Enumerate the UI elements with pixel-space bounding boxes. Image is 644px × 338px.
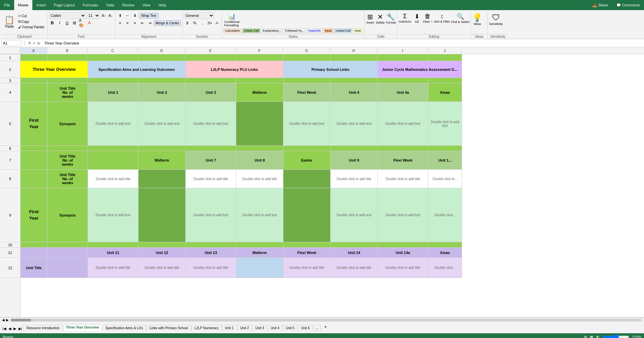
cell-c11[interactable]: Unit 11: [88, 248, 139, 258]
cell-i4[interactable]: Unit 4a: [378, 83, 428, 102]
tab-file[interactable]: File: [0, 0, 14, 10]
row-header-7[interactable]: 7: [0, 151, 20, 170]
followed-hy-style[interactable]: Followed Hy...: [283, 28, 306, 33]
cell-f4[interactable]: Midterm: [236, 83, 283, 102]
cell-c5[interactable]: Double click to add text: [88, 102, 139, 146]
cell-c2-d2[interactable]: Specification Aims and Learning Outcomes: [88, 61, 186, 78]
sheet-tab-spec-aims[interactable]: Specification Aims & LOs: [102, 325, 146, 331]
col-header-c[interactable]: C: [88, 47, 138, 54]
row-header-8[interactable]: 8: [0, 170, 20, 188]
cell-f3[interactable]: [236, 78, 283, 83]
bold-button[interactable]: B: [49, 20, 56, 26]
format-painter-button[interactable]: 🖌 Format Painter: [17, 25, 46, 30]
tab-more-indicator[interactable]: ...: [313, 325, 320, 331]
row-header-5[interactable]: 5: [0, 102, 20, 146]
col-header-f[interactable]: F: [236, 47, 283, 54]
cell-e2-f2[interactable]: L2LP Numeracy PLU Links: [186, 61, 283, 78]
sheet-tab-resource-intro[interactable]: Resource Introduction: [24, 325, 63, 331]
cell-j12[interactable]: Double click...: [428, 258, 462, 278]
cell-i11[interactable]: Unit 14a: [378, 248, 428, 258]
wrap-text-button[interactable]: Wrap Text: [139, 13, 159, 19]
row-header-2[interactable]: 2: [0, 61, 20, 78]
cell-j1[interactable]: [428, 54, 462, 61]
tab-page-layout[interactable]: Page Layout: [50, 0, 79, 10]
cell-e8[interactable]: Double click to add title: [186, 170, 236, 188]
ideas-button[interactable]: 💡Ideas: [472, 13, 482, 34]
percent-button[interactable]: $: [184, 20, 191, 26]
cell-c3[interactable]: [88, 78, 139, 83]
cell-h4[interactable]: Unit 4: [331, 83, 378, 102]
indent-increase-button[interactable]: ⇥: [146, 20, 153, 26]
explanatory-style[interactable]: Explanatory...: [261, 28, 283, 33]
cell-g7[interactable]: Easter: [283, 151, 331, 170]
row-header-9[interactable]: 9: [0, 188, 20, 242]
share-button[interactable]: 📤 Share: [588, 0, 612, 10]
align-center-button[interactable]: ≡: [124, 20, 131, 26]
cell-b9-synopsis[interactable]: Synopsis: [48, 188, 88, 242]
cell-c9[interactable]: Double click to add text: [88, 188, 139, 242]
cell-e9[interactable]: Double click to add text: [186, 188, 236, 242]
insert-function-button[interactable]: fx: [37, 41, 40, 45]
sheet-tab-unit4[interactable]: Unit 4: [268, 325, 282, 331]
tab-nav-next[interactable]: ▶: [12, 327, 17, 331]
row-header-6[interactable]: 6: [0, 146, 20, 151]
cell-h3[interactable]: [331, 78, 378, 83]
calculation-style[interactable]: Calculation: [223, 28, 242, 33]
cell-e12[interactable]: Double click to add title: [186, 258, 236, 278]
tab-data[interactable]: Data: [102, 0, 118, 10]
scroll-right-btn[interactable]: ▶: [5, 318, 9, 322]
check-cell-style[interactable]: Check Cell: [242, 28, 260, 33]
cell-d11[interactable]: Unit 12: [139, 248, 186, 258]
align-middle-button[interactable]: ↔: [124, 12, 131, 19]
conditional-formatting-button[interactable]: 📊Conditional Formatting: [223, 12, 240, 28]
font-name-select[interactable]: Calibri: [49, 12, 86, 19]
font-size-select[interactable]: 11: [87, 12, 100, 19]
cell-d12[interactable]: Double click to add title: [139, 258, 186, 278]
thousands-button[interactable]: ,: [199, 20, 206, 26]
cell-j3[interactable]: [428, 78, 462, 83]
view-normal-icon[interactable]: ⊞: [584, 335, 587, 338]
cell-b1[interactable]: [48, 54, 88, 61]
sheet-tab-unit3[interactable]: Unit 3: [252, 325, 267, 331]
insert-button[interactable]: ⊞Insert: [366, 13, 375, 34]
scroll-left-btn[interactable]: ◀: [1, 318, 5, 322]
tab-view[interactable]: View: [139, 0, 155, 10]
col-header-i[interactable]: I: [377, 47, 428, 54]
cut-button[interactable]: ✂ Cut: [17, 13, 46, 19]
italic-button[interactable]: I: [56, 20, 63, 26]
cell-f8[interactable]: Double click to add title: [236, 170, 283, 188]
paste-button[interactable]: 📋 Paste: [3, 12, 16, 31]
sheet-tab-links-primary[interactable]: Links with Primary School: [147, 325, 191, 331]
cell-d7-midterm[interactable]: Midterm: [139, 151, 186, 170]
cell-e1[interactable]: [186, 54, 236, 61]
col-header-h[interactable]: H: [330, 47, 377, 54]
tab-help[interactable]: Help: [154, 0, 170, 10]
cell-e5[interactable]: Double click to add text: [186, 102, 236, 146]
cell-a5-year[interactable]: First Year: [21, 102, 48, 146]
sheet-tab-unit2[interactable]: Unit 2: [237, 325, 252, 331]
cell-c7[interactable]: [88, 151, 139, 170]
fill-color-button[interactable]: A🎨: [79, 20, 85, 26]
cell-b8-title-weeks[interactable]: Unit Title No. of weeks: [48, 170, 88, 188]
cell-i7[interactable]: Flexi Week: [378, 151, 428, 170]
cell-f12[interactable]: [236, 258, 283, 278]
cell-h7[interactable]: Unit 9: [331, 151, 378, 170]
cell-i12[interactable]: Double click to add title: [378, 258, 428, 278]
decrease-font-button[interactable]: A↓: [108, 12, 114, 19]
cell-j7[interactable]: Unit 1...: [428, 151, 462, 170]
fill-button[interactable]: ⬇Fill: [412, 13, 421, 34]
cell-a4-b4[interactable]: [21, 83, 48, 102]
cell-b3[interactable]: [48, 78, 88, 83]
cell-g8[interactable]: [283, 170, 331, 188]
font-color-button[interactable]: A: [86, 20, 93, 26]
cell-j5[interactable]: Double click to add text: [428, 102, 462, 146]
cell-g11[interactable]: Flexi Week: [283, 248, 331, 258]
note-style[interactable]: Note: [353, 28, 363, 33]
cell-e3[interactable]: [186, 78, 236, 83]
comments-button[interactable]: 💬 Comments: [612, 0, 644, 10]
cell-d1[interactable]: [139, 54, 186, 61]
delete-button[interactable]: ✕Delete: [376, 13, 385, 34]
cell-a7[interactable]: [21, 151, 48, 170]
cell-a9-firstyear[interactable]: First Year: [21, 188, 48, 242]
align-bottom-button[interactable]: ⬇: [131, 12, 138, 19]
